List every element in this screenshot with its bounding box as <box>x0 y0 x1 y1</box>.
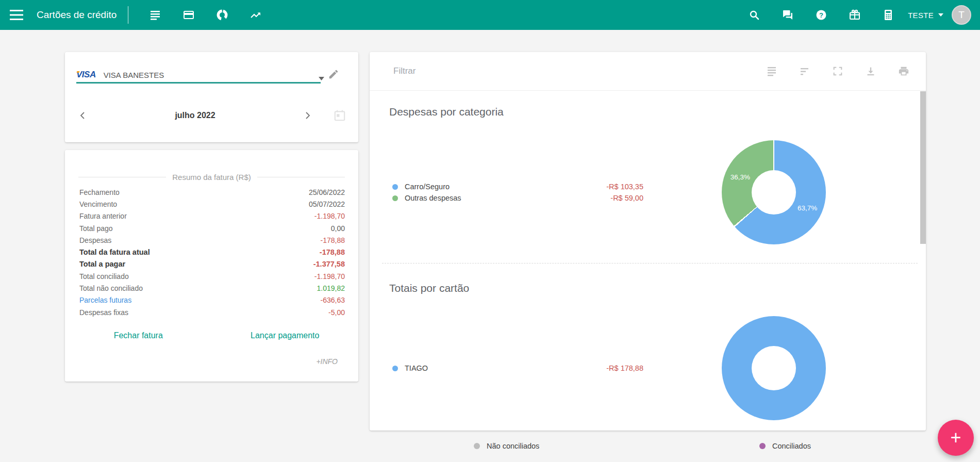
align-left-icon[interactable] <box>766 65 777 77</box>
card-select[interactable]: VISA VISA BANESTES <box>76 65 347 84</box>
section-title-cards: Totais por cartão <box>389 282 469 294</box>
fullscreen-icon[interactable] <box>832 65 843 77</box>
chevron-down-icon <box>938 13 943 16</box>
summary-row-total-conciliado: Total conciliado -1.198,70 <box>79 270 345 282</box>
row-value: 25/06/2022 <box>309 188 345 196</box>
header-divider <box>128 6 128 24</box>
filter-bar <box>370 52 926 91</box>
post-payment-button[interactable]: Lançar pagamento <box>212 331 359 341</box>
row-value: -1.377,58 <box>313 260 345 268</box>
month-label: julho 2022 <box>90 111 301 120</box>
edit-card-icon[interactable] <box>327 68 340 81</box>
legend-dot <box>392 366 398 371</box>
summary-row-fechamento: Fechamento 25/06/2022 <box>79 186 345 198</box>
prev-month-icon[interactable] <box>76 109 90 122</box>
user-name: TESTE <box>908 11 934 20</box>
more-info-link[interactable]: +INFO <box>316 357 338 366</box>
legend-label: Outras despesas <box>405 194 461 202</box>
legend-label: TIAGO <box>405 364 428 372</box>
summary-title: Resumo da fatura (R$) <box>172 173 251 182</box>
svg-text:?: ? <box>819 11 823 19</box>
page-title: Cartões de crédito <box>37 9 117 21</box>
summary-row-fatura-anterior: Fatura anterior -1.198,70 <box>79 210 345 222</box>
parcelas-futuras-link[interactable]: Parcelas futuras <box>79 296 131 304</box>
donut-percent-label: 63,7% <box>798 204 817 211</box>
user-menu[interactable]: TESTE T <box>908 5 971 25</box>
visa-logo: VISA <box>76 70 96 80</box>
legend-row-outras-despesas[interactable]: Outras despesas -R$ 59,00 <box>392 192 643 204</box>
row-value: -178,88 <box>320 248 345 256</box>
gift-icon[interactable] <box>849 9 861 21</box>
row-value: -178,88 <box>321 236 345 244</box>
donut-chart-cards[interactable] <box>722 316 826 420</box>
summary-row-parcelas-futuras: Parcelas futuras -636,63 <box>79 294 345 306</box>
row-label: Total da fatura atual <box>79 248 150 256</box>
summary-actions: Fechar fatura Lançar pagamento <box>65 331 358 341</box>
row-value: 0,00 <box>331 224 345 233</box>
summary-row-total-a-pagar: Total a pagar -1.377,58 <box>79 258 345 270</box>
row-value: -5,00 <box>328 308 345 317</box>
charts-panel: Despesas por categoria Carro/Seguro -R$ … <box>370 52 926 431</box>
legend-value: -R$ 103,35 <box>606 183 643 191</box>
help-icon[interactable]: ? <box>815 9 827 21</box>
row-label: Total conciliado <box>79 272 129 280</box>
legend-dot <box>759 443 766 449</box>
trending-up-icon[interactable] <box>242 5 270 25</box>
legend-label: Conciliados <box>772 442 811 450</box>
row-value: 1.019,82 <box>317 284 345 292</box>
legend-row-carro-seguro[interactable]: Carro/Seguro -R$ 103,35 <box>392 181 643 192</box>
row-label: Despesas fixas <box>79 308 128 317</box>
summary-row-total-pago: Total pago 0,00 <box>79 222 345 234</box>
chart-toolbar <box>766 65 909 77</box>
legend-conciliados[interactable]: Conciliados <box>759 442 811 450</box>
donut-hole <box>752 346 796 390</box>
category-legend: Carro/Seguro -R$ 103,35 Outras despesas … <box>392 181 643 204</box>
select-underline <box>76 82 321 84</box>
app-header: Cartões de crédito ? <box>0 0 980 30</box>
header-actions: ? TESTE T <box>727 5 971 25</box>
credit-card-icon[interactable] <box>175 5 203 25</box>
row-label: Fechamento <box>79 188 120 196</box>
legend-label: Carro/Seguro <box>405 183 450 191</box>
chat-icon[interactable] <box>782 9 794 21</box>
legend-label: Não conciliados <box>487 442 539 450</box>
download-icon[interactable] <box>865 65 876 77</box>
next-month-icon[interactable] <box>301 109 314 122</box>
close-invoice-button[interactable]: Fechar fatura <box>65 331 212 341</box>
month-navigator: julho 2022 <box>76 105 347 126</box>
summary-rows: Fechamento 25/06/2022 Vencimento 05/07/2… <box>79 186 345 318</box>
filter-input[interactable] <box>392 65 766 77</box>
donut-percent-label: 36,3% <box>730 173 750 181</box>
summary-row-vencimento: Vencimento 05/07/2022 <box>79 198 345 210</box>
pie-chart-icon[interactable] <box>208 5 236 25</box>
legend-dot <box>392 184 398 190</box>
search-icon[interactable] <box>748 9 760 21</box>
legend-dot <box>474 443 480 449</box>
panel-scrollbar[interactable] <box>920 91 926 244</box>
row-label: Despesas <box>79 236 111 244</box>
summary-row-total-nao-conciliado: Total não conciliado 1.019,82 <box>79 282 345 294</box>
legend-dot <box>392 195 398 201</box>
summary-title-row: Resumo da fatura (R$) <box>78 173 345 182</box>
card-name: VISA BANESTES <box>104 71 164 79</box>
card-selector-panel: VISA VISA BANESTES julho 2022 <box>65 52 358 142</box>
legend-row-tiago[interactable]: TIAGO -R$ 178,88 <box>392 362 643 374</box>
donut-chart-categories[interactable]: 63,7%36,3% <box>722 140 826 244</box>
list-icon[interactable] <box>141 5 169 25</box>
legend-nao-conciliados[interactable]: Não conciliados <box>474 442 539 450</box>
print-icon[interactable] <box>898 65 909 77</box>
add-button[interactable]: + <box>938 420 974 456</box>
avatar[interactable]: T <box>952 5 971 25</box>
legend-value: -R$ 178,88 <box>606 364 643 372</box>
page: Cartões de crédito ? <box>0 0 980 462</box>
invoice-summary-panel: Resumo da fatura (R$) Fechamento 25/06/2… <box>65 150 358 382</box>
menu-icon[interactable] <box>9 7 24 23</box>
sort-icon[interactable] <box>799 65 810 77</box>
row-value: -1.198,70 <box>314 272 345 280</box>
row-value: -636,63 <box>321 296 345 304</box>
calculator-icon[interactable] <box>882 9 894 21</box>
row-label: Total não conciliado <box>79 284 143 292</box>
row-value: -1.198,70 <box>314 212 345 220</box>
section-divider <box>382 263 918 263</box>
calendar-icon[interactable] <box>333 108 347 123</box>
